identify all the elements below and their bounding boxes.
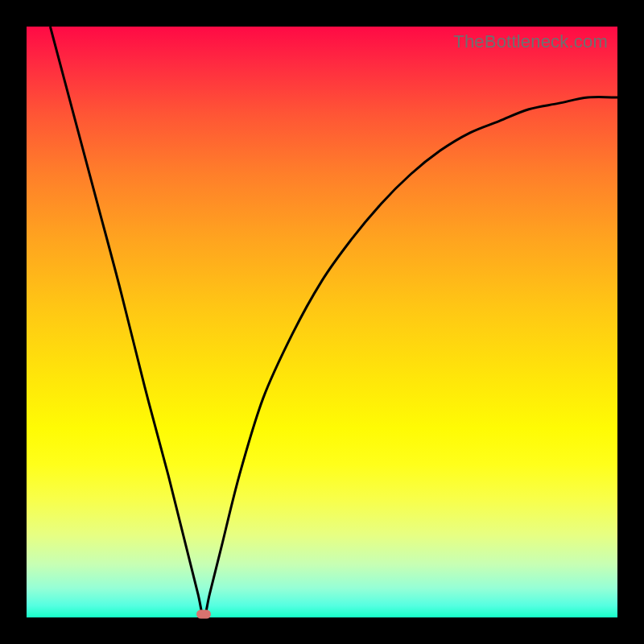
plot-area: TheBottleneck.com <box>27 27 617 617</box>
chart-frame: TheBottleneck.com <box>0 0 644 644</box>
bottleneck-curve <box>27 27 617 617</box>
optimal-point-marker <box>196 610 211 619</box>
curve-path <box>50 27 617 617</box>
